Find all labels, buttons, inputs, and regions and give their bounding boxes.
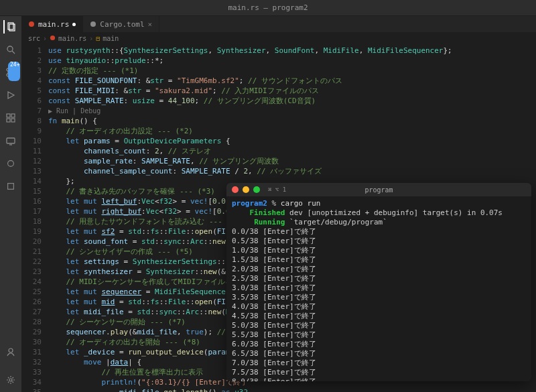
svg-point-20 (50, 35, 55, 40)
line-number: 28 (21, 317, 42, 327)
code-line[interactable]: const SAMPLE_RATE: usize = 44_100; // サン… (48, 96, 536, 106)
line-number: 22 (21, 257, 42, 267)
close-tab-icon[interactable]: × (148, 20, 153, 29)
sidebar-extra-1-icon[interactable] (4, 157, 17, 170)
chevron-right-icon: › (89, 35, 93, 42)
tab-cargo-toml[interactable]: Cargo.toml× (83, 16, 159, 32)
run-debug-icon[interactable] (4, 88, 17, 102)
line-number: 13 (21, 166, 42, 176)
tab-label: Cargo.toml (100, 20, 144, 29)
svg-rect-12 (7, 138, 15, 143)
remote-icon[interactable] (4, 134, 17, 147)
chevron-right-icon: › (43, 35, 47, 42)
svg-point-2 (7, 46, 13, 52)
source-control-icon[interactable]: 24+ (4, 66, 17, 79)
line-number: 17 (21, 206, 42, 216)
rust-file-icon (28, 21, 35, 27)
code-line[interactable]: use tinyaudio::prelude::*; (48, 56, 536, 66)
tab-main-rs[interactable]: main.rs (21, 16, 83, 32)
line-number: 12 (21, 156, 42, 166)
code-line[interactable]: let params = OutputDeviceParameters { (48, 136, 536, 146)
svg-rect-10 (7, 119, 10, 122)
symbol-function-icon: ⊟ (96, 35, 100, 42)
activity-bar: 24+ (0, 16, 21, 392)
line-number: 10 (21, 136, 42, 146)
line-number: 15 (21, 186, 42, 196)
svg-rect-8 (7, 114, 10, 117)
line-number: 11 (21, 146, 42, 156)
scm-badge: 24+ (8, 62, 20, 81)
line-number: 32 (21, 357, 42, 367)
svg-point-17 (9, 379, 12, 381)
account-icon[interactable] (4, 345, 17, 358)
code-line[interactable]: fn main() { (48, 116, 536, 126)
code-line[interactable]: ▶ Run | Debug (48, 106, 536, 116)
line-number: 19 (21, 226, 42, 237)
line-number: 27 (21, 307, 42, 317)
line-number: 20 (21, 237, 42, 247)
search-icon[interactable] (4, 43, 17, 56)
window-title: main.rs — program2 (228, 3, 308, 12)
line-number: 3 (21, 66, 42, 76)
breadcrumb-segment[interactable]: src (28, 35, 40, 42)
line-number: 8 (21, 116, 42, 126)
line-number: 1 (21, 46, 42, 56)
line-number: 5 (21, 86, 42, 96)
code-line[interactable]: channel_sample_count: SAMPLE_RATE / 2, /… (48, 166, 536, 176)
line-number: 4 (21, 76, 42, 86)
code-line[interactable]: // オーディオの出力設定 --- (*2) (48, 126, 536, 136)
svg-line-3 (12, 51, 15, 54)
breadcrumb-segment[interactable]: main (103, 35, 119, 42)
extensions-icon[interactable] (4, 111, 17, 125)
terminal-titlebar[interactable]: ⌘ ⌥ 1 program (226, 183, 531, 196)
svg-point-19 (90, 21, 96, 27)
code-line[interactable]: const FILE_MIDI: &str = "sakura2.mid"; /… (48, 86, 536, 96)
editor-tabs: main.rsCargo.toml× (21, 16, 536, 32)
files-icon[interactable] (3, 20, 17, 34)
terminal-body[interactable]: program2 % cargo run Finished dev [unopt… (226, 196, 531, 381)
svg-point-18 (29, 21, 34, 27)
line-number: 33 (21, 367, 42, 377)
modified-indicator-icon (72, 23, 76, 26)
line-number: 7 (21, 106, 42, 116)
line-number: 29 (21, 327, 42, 337)
window-titlebar: main.rs — program2 (0, 0, 536, 16)
breadcrumb-segment[interactable]: main.rs (58, 35, 86, 42)
line-number: 24 (21, 277, 42, 287)
tab-label: main.rs (38, 20, 69, 29)
svg-point-16 (9, 348, 13, 352)
line-number: 26 (21, 297, 42, 307)
line-number: 30 (21, 337, 42, 347)
svg-rect-15 (8, 184, 14, 190)
line-number: 16 (21, 196, 42, 206)
svg-point-14 (8, 161, 14, 167)
line-number: 21 (21, 247, 42, 257)
line-number: 9 (21, 126, 42, 136)
code-line[interactable]: const FILE_SOUNDFONT: &str = "TimGM6mb.s… (48, 76, 536, 86)
settings-gear-icon[interactable] (4, 373, 17, 387)
line-number: 35 (21, 387, 42, 392)
terminal-title: program (226, 186, 531, 194)
breadcrumb[interactable]: src› main.rs›⊟ main (21, 32, 536, 44)
line-number: 18 (21, 216, 42, 226)
line-number: 34 (21, 377, 42, 387)
line-number: 23 (21, 267, 42, 277)
code-line[interactable]: midi_file.get_length() as u32 (48, 387, 536, 392)
sidebar-extra-2-icon[interactable] (4, 180, 17, 193)
line-number: 31 (21, 347, 42, 357)
svg-rect-11 (11, 119, 15, 122)
rust-file-icon (50, 35, 56, 42)
line-number: 14 (21, 176, 42, 186)
svg-marker-7 (8, 92, 14, 99)
line-number: 6 (21, 96, 42, 106)
code-line[interactable]: // 定数の指定 --- (*1) (48, 66, 536, 76)
line-number-gutter: 1234567891011121314151617181920212223242… (21, 44, 48, 392)
svg-rect-9 (11, 114, 15, 117)
line-number: 2 (21, 56, 42, 66)
code-line[interactable]: use rustysynth::{SynthesizerSettings, Sy… (48, 46, 536, 56)
code-line[interactable]: sample_rate: SAMPLE_RATE, // サンプリング周波数 (48, 156, 536, 166)
terminal-window[interactable]: ⌘ ⌥ 1 program program2 % cargo run Finis… (226, 183, 531, 381)
line-number: 25 (21, 287, 42, 297)
code-line[interactable]: channels_count: 2, // ステレオ (48, 146, 536, 156)
gear-file-icon (90, 21, 96, 27)
